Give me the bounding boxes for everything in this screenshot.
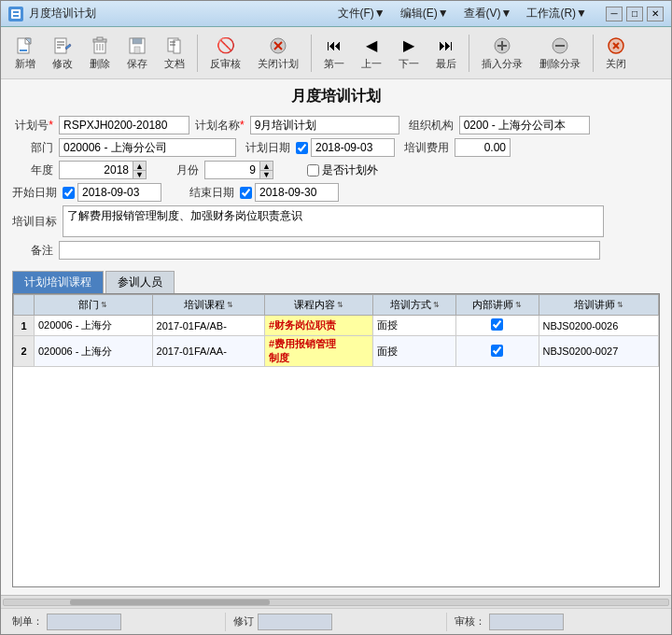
row-2-dept[interactable]: 020006 - 上海分 [35,336,153,367]
last-button[interactable]: ⏭ 最后 [429,33,463,74]
sep1 [197,35,198,72]
org-label: 组织机构 [405,118,454,134]
year-up-button[interactable]: ▲ [133,161,147,170]
deaudit-icon: 🚫 [216,35,236,56]
horizontal-scrollbar[interactable] [1,595,671,608]
teacher-sort-icon[interactable]: ⇅ [617,301,623,309]
edit-button[interactable]: 修改 [46,33,79,74]
next-button[interactable]: ▶ 下一 [392,33,426,74]
content-sort-icon[interactable]: ⇅ [337,301,343,309]
scroll-thumb[interactable] [70,600,270,605]
row-2-content[interactable]: #费用报销管理制度 [265,336,373,367]
dept-input[interactable] [59,138,236,157]
form-row-1: 计划号 计划名称 组织机构 [12,116,660,134]
start-date-check[interactable] [63,187,75,199]
goal-label: 培训目标 [12,214,57,230]
year-down-button[interactable]: ▼ [133,170,147,179]
doc-button[interactable]: 文档 [158,33,191,74]
svg-rect-0 [11,9,21,19]
row-2-num: 2 [14,336,35,367]
col-method: 培训方式 ⇅ [373,295,456,316]
scroll-track[interactable] [3,599,669,606]
start-date-field [63,183,161,202]
form-row-4: 开始日期 结束日期 [12,183,660,202]
sep3 [469,35,469,72]
row-1-dept[interactable]: 020006 - 上海分 [35,316,153,336]
method-sort-icon[interactable]: ⇅ [433,301,440,309]
edit-icon [52,35,73,56]
reviser-label: 修订 [233,614,254,628]
start-date-input[interactable] [77,183,161,202]
insert-entry-label: 插入分录 [482,57,523,71]
first-icon: ⏮ [324,35,344,56]
plan-name-input[interactable] [250,116,399,134]
row-1-int-teacher-check[interactable] [491,318,503,331]
row-2-teacher[interactable]: NBJS0200-0027 [539,336,658,367]
cost-input[interactable] [455,138,511,157]
row-2-course[interactable]: 2017-01FA/AA- [152,336,265,367]
menu-file[interactable]: 文件(F)▼ [338,6,385,21]
row-2-int-teacher-check[interactable] [491,345,503,357]
minimize-button[interactable]: ─ [606,7,623,21]
course-sort-icon[interactable]: ⇅ [227,301,233,309]
status-reviser: 修订 [233,614,439,630]
prev-button[interactable]: ◀ 上一 [355,33,388,74]
row-1-teacher[interactable]: NBJS0200-0026 [539,316,658,336]
plan-date-input[interactable] [311,138,395,157]
insert-entry-icon [492,35,512,56]
menu-view[interactable]: 查看(V)▼ [464,6,512,21]
auditor-label: 审核： [455,614,485,628]
notes-input[interactable] [59,241,600,260]
new-button[interactable]: 新增 [8,33,42,74]
org-input[interactable] [459,116,590,134]
close-plan-button[interactable]: 关闭计划 [251,33,305,74]
col-course: 培训课程 ⇅ [152,295,265,316]
row-1-content[interactable]: #财务岗位职责 [265,316,373,336]
prev-label: 上一 [361,57,382,71]
close-button[interactable]: ✕ [647,7,664,21]
end-date-input[interactable] [255,183,339,202]
doc-icon [164,35,185,56]
tab-plan-courses[interactable]: 计划培训课程 [12,271,104,293]
close-window-button[interactable]: 关闭 [599,33,633,74]
year-input[interactable] [59,161,133,179]
title-bar: 月度培训计划 文件(F)▼ 编辑(E)▼ 查看(V)▼ 工作流(R)▼ ─ □ … [1,1,671,27]
month-input[interactable] [204,161,260,179]
close-plan-label: 关闭计划 [258,57,299,71]
delete-entry-button[interactable]: 删除分录 [533,33,587,74]
deaudit-button[interactable]: 🚫 反审核 [203,33,247,74]
dept-sort-icon[interactable]: ⇅ [101,301,107,309]
tab-participants[interactable]: 参训人员 [105,271,175,293]
sep4 [593,35,594,72]
row-1-method[interactable]: 面授 [373,316,456,336]
maximize-button[interactable]: □ [626,7,643,21]
menu-edit[interactable]: 编辑(E)▼ [400,6,449,21]
plan-date-check[interactable] [296,142,308,154]
int-teacher-sort-icon[interactable]: ⇅ [515,301,522,309]
insert-entry-button[interactable]: 插入分录 [475,33,529,74]
menu-workflow[interactable]: 工作流(R)▼ [526,6,587,21]
delete-button[interactable]: 删除 [83,33,117,74]
close-window-label: 关闭 [606,57,626,71]
end-date-label: 结束日期 [186,185,234,201]
goal-input[interactable]: 了解费用报销管理制度、加强财务岗位职责意识 [63,205,604,237]
month-up-button[interactable]: ▲ [260,161,273,170]
row-2-method[interactable]: 面授 [373,336,456,367]
form-row-6: 备注 [12,241,660,260]
month-down-button[interactable]: ▼ [260,170,273,179]
form-area: 计划号 计划名称 组织机构 部门 计划日期 培训费用 [1,112,671,267]
end-date-check[interactable] [240,187,252,199]
save-button[interactable]: 保存 [120,33,154,74]
row-1-course[interactable]: 2017-01FA/AB- [152,316,265,336]
new-label: 新增 [15,57,35,71]
col-internal-teacher: 内部讲师 ⇅ [455,295,539,316]
close-window-icon [606,35,626,56]
month-label: 月份 [171,162,199,178]
cost-label: 培训费用 [400,140,449,156]
status-bar: 制单： 修订 审核： [1,608,671,634]
delete-entry-label: 删除分录 [539,57,581,71]
plan-no-input[interactable] [59,116,189,134]
is-outside-check[interactable] [307,164,319,176]
col-rownum [14,295,35,316]
first-button[interactable]: ⏮ 第一 [317,33,351,74]
